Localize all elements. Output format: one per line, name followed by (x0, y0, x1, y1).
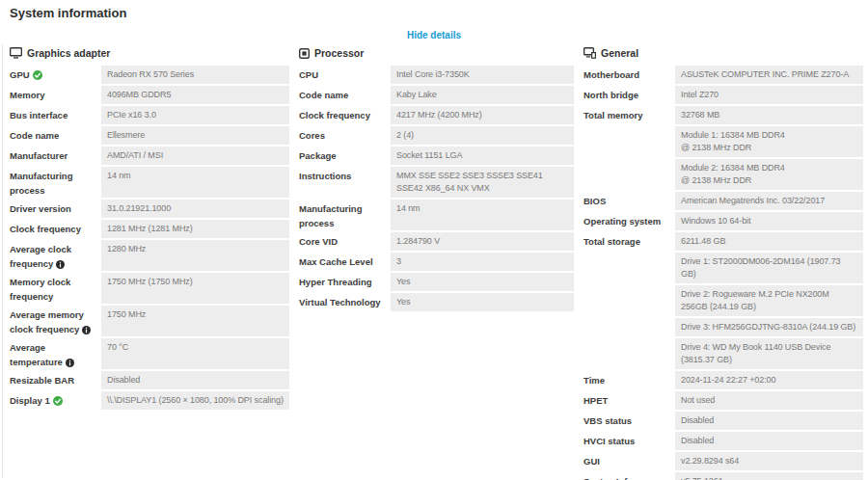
row-label: GUI (583, 452, 675, 470)
row-label: BIOS (583, 192, 675, 210)
info-row: Module 2: 16384 MB DDR4 @ 2138 MHz DDR (583, 159, 863, 190)
info-row: Drive 2: Rogueware M.2 PCIe NX200M 256GB… (583, 285, 863, 316)
columns: Graphics adapterGPURadeon RX 570 SeriesM… (0, 46, 868, 480)
info-row: Resizable BARDisabled (10, 371, 289, 389)
row-label: Code name (299, 86, 391, 104)
row-value: Yes (391, 293, 574, 311)
row-label: Time (583, 371, 675, 389)
row-label: Resizable BAR (10, 371, 101, 389)
row-value: \\.\DISPLAY1 (2560 × 1080, 100% DPI scal… (101, 391, 289, 410)
info-row: MotherboardASUSTeK COMPUTER INC. PRIME Z… (583, 66, 863, 84)
row-label: GPU (10, 66, 101, 84)
row-value: Not used (675, 391, 863, 410)
info-row: HPETNot used (583, 391, 863, 410)
check-icon (53, 396, 63, 406)
row-value: 3 (391, 253, 574, 271)
info-row: Manufacturing process14 nm (10, 167, 289, 198)
row-label: Total memory (583, 106, 675, 124)
row-label: Manufacturer (10, 147, 101, 165)
hide-details-link[interactable]: Hide details (407, 30, 461, 40)
info-row: Module 1: 16384 MB DDR4 @ 2138 MHz DDR (583, 126, 863, 157)
row-value: Disabled (101, 371, 289, 389)
info-row: Memory clock frequency1750 MHz (1750 MHz… (10, 273, 289, 304)
info-row: Cores2 (4) (299, 126, 574, 145)
row-label: Package (299, 147, 391, 165)
row-label: Manufacturing process (299, 200, 391, 230)
row-label: Clock frequency (299, 106, 391, 124)
info-row: Clock frequency4217 MHz (4200 MHz) (299, 106, 574, 124)
row-value: Yes (391, 273, 574, 291)
info-row: Average temperature70 °C (10, 338, 289, 369)
row-label (583, 318, 675, 336)
row-value: 1281 MHz (1281 MHz) (101, 220, 289, 238)
info-row: CPUIntel Core i3-7350K (299, 66, 574, 84)
row-value: Ellesmere (101, 126, 289, 145)
row-label: HVCI status (583, 432, 675, 450)
row-label (583, 338, 675, 369)
info-row: PackageSocket 1151 LGA (299, 147, 574, 165)
row-value: 1750 MHz (1750 MHz) (101, 273, 289, 304)
row-value: 2024-11-24 22:27 +02:00 (675, 371, 863, 389)
row-value: Socket 1151 LGA (391, 147, 574, 165)
info-row: GUIv2.29.8294 s64 (583, 452, 863, 470)
row-value: Intel Core i3-7350K (391, 66, 574, 84)
info-icon (56, 260, 65, 269)
section-graphics-adapter: Graphics adapterGPURadeon RX 570 SeriesM… (10, 46, 289, 412)
row-value: Drive 3: HFM256GDJTNG-8310A (244.19 GB) (675, 318, 863, 336)
section-general: GeneralMotherboardASUSTeK COMPUTER INC. … (583, 46, 863, 480)
hide-details-container: Hide details (0, 25, 868, 38)
row-value: MMX SSE SSE2 SSE3 SSSE3 SSE41 SSE42 X86_… (391, 167, 574, 198)
row-label: Operating system (583, 212, 675, 230)
info-row: Drive 4: WD My Book 1140 USB Device (381… (583, 338, 863, 369)
info-row: Average memory clock frequency1750 MHz (10, 306, 289, 336)
row-value: Radeon RX 570 Series (101, 66, 289, 84)
row-value: 2 (4) (391, 126, 574, 145)
info-row: Hyper ThreadingYes (299, 273, 574, 291)
left-border (2, 44, 3, 478)
row-value: 1750 MHz (101, 306, 289, 336)
info-row: Display 1\\.\DISPLAY1 (2560 × 1080, 100%… (10, 391, 289, 410)
row-label: Average clock frequency (10, 240, 101, 271)
info-row: HVCI statusDisabled (583, 432, 863, 450)
info-row: Average clock frequency1280 MHz (10, 240, 289, 271)
row-label (583, 159, 675, 190)
info-row: GPURadeon RX 570 Series (10, 66, 289, 84)
row-value: American Megatrends Inc. 03/22/2017 (675, 192, 863, 210)
row-value: Kaby Lake (391, 86, 574, 104)
row-label: Memory (10, 86, 101, 104)
row-label: Display 1 (10, 391, 101, 410)
row-label: Manufacturing process (10, 167, 101, 198)
row-label: Driver version (10, 200, 101, 218)
info-row: Manufacturing process14 nm (299, 200, 574, 230)
info-row: VBS statusDisabled (583, 412, 863, 430)
row-label: Hyper Threading (299, 273, 391, 291)
row-label: SystemInfo (583, 472, 675, 480)
row-label: Bus interface (10, 106, 101, 124)
display-icon (10, 47, 22, 59)
computer-icon (583, 47, 596, 59)
row-value: Drive 2: Rogueware M.2 PCIe NX200M 256GB… (675, 285, 863, 316)
row-label: Average memory clock frequency (10, 306, 101, 336)
info-row: Virtual TechnologyYes (299, 293, 574, 311)
section-processor: ProcessorCPUIntel Core i3-7350KCode name… (299, 46, 574, 313)
row-label: Average temperature (10, 338, 101, 369)
row-value: Drive 4: WD My Book 1140 USB Device (381… (675, 338, 863, 369)
info-row: ManufacturerAMD/ATI / MSI (10, 147, 289, 165)
chip-icon (299, 48, 310, 59)
row-value: 1.284790 V (391, 232, 574, 251)
row-label: VBS status (583, 412, 675, 430)
row-value: PCIe x16 3.0 (101, 106, 289, 124)
row-value: 31.0.21921.1000 (101, 200, 289, 218)
row-label: HPET (583, 391, 675, 410)
row-value: Module 2: 16384 MB DDR4 @ 2138 MHz DDR (675, 159, 863, 190)
info-row: Code nameKaby Lake (299, 86, 574, 104)
section-title: General (601, 47, 638, 59)
row-value: 14 nm (391, 200, 574, 230)
info-row: Drive 3: HFM256GDJTNG-8310A (244.19 GB) (583, 318, 863, 336)
row-value: 14 nm (101, 167, 289, 198)
row-label: CPU (299, 66, 391, 84)
info-row: Memory4096MB GDDR5 (10, 86, 289, 104)
info-row: Operating systemWindows 10 64-bit (583, 212, 863, 230)
row-label: Clock frequency (10, 220, 101, 238)
row-value: Disabled (675, 412, 863, 430)
